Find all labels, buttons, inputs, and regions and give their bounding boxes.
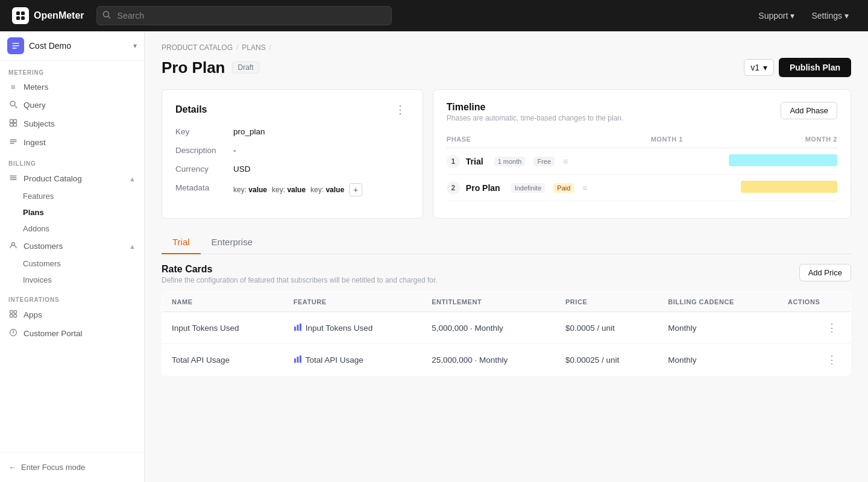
topnav: OpenMeter Support ▾ Settings ▾ [0, 0, 868, 31]
phase-bar-cell-trial [651, 148, 837, 175]
svg-rect-18 [297, 325, 298, 331]
page-title: Pro Plan [162, 58, 225, 77]
sidebar-item-label: Customers [24, 242, 63, 251]
breadcrumb-product-catalog[interactable]: PRODUCT CATALOG [162, 43, 233, 52]
workspace-selector[interactable]: Cost Demo ▾ [0, 31, 144, 61]
app-logo[interactable]: OpenMeter [12, 7, 84, 24]
sidebar-item-product-catalog[interactable]: Product Catalog ▲ [0, 169, 144, 188]
draft-badge: Draft [232, 61, 259, 74]
phase-bar-cell-month1-pro [651, 175, 697, 201]
phase-num-2: 2 [447, 181, 460, 195]
svg-rect-2 [16, 16, 20, 20]
layout: Cost Demo ▾ METERING ≡ Meters Query [0, 31, 868, 482]
chart-bar-icon-1 [294, 323, 302, 333]
phase-info-pro: 2 Pro Plan Indefinite Paid ≡ [447, 181, 651, 195]
svg-rect-14 [14, 315, 17, 318]
search-input[interactable] [96, 6, 392, 25]
sidebar-subitem-customers[interactable]: Customers [0, 255, 144, 272]
breadcrumb-sep-1: / [236, 43, 238, 52]
sidebar-subitem-plans[interactable]: Plans [0, 204, 144, 221]
sidebar-subitem-addons[interactable]: Addons [0, 221, 144, 237]
phase-info-cell-trial: 1 Trial 1 month Free ≡ [447, 148, 651, 175]
rate-card-feature-2: Total API Usage [284, 344, 423, 376]
rate-card-billing-1: Monthly [658, 312, 778, 344]
sidebar-subitem-invoices[interactable]: Invoices [0, 272, 144, 288]
col-actions: ACTIONS [778, 292, 851, 312]
sidebar-item-customers[interactable]: Customers ▲ [0, 237, 144, 255]
rate-card-name-1: Input Tokens Used [162, 312, 284, 344]
col-price: PRICE [556, 292, 658, 312]
sidebar-subitem-features[interactable]: Features [0, 188, 144, 204]
sidebar-item-label: Query [24, 101, 46, 110]
sidebar-item-label: Subjects [24, 119, 55, 128]
detail-row-currency: Currency USD [175, 164, 409, 174]
rate-card-menu-button-1[interactable]: ⋮ [823, 320, 841, 336]
add-price-button[interactable]: Add Price [799, 264, 851, 281]
col-month1: MONTH 1 [651, 132, 697, 148]
phase-badge-duration-trial: 1 month [494, 157, 526, 166]
sidebar-item-subjects[interactable]: Subjects [0, 114, 144, 133]
section-label-integrations: INTEGRATIONS [0, 288, 144, 305]
feature-icon-2: Total API Usage [294, 355, 363, 365]
rate-card-menu-button-2[interactable]: ⋮ [823, 352, 841, 368]
rate-cards-title-group: Rate Cards Define the configuration of f… [162, 264, 438, 284]
detail-row-description: Description - [175, 146, 409, 155]
sidebar-item-ingest[interactable]: Ingest [0, 133, 144, 152]
version-selector[interactable]: v1 ▾ [744, 59, 774, 76]
sidebar-item-label: Ingest [24, 138, 46, 147]
timeline-card-subtitle: Phases are automatic, time-based changes… [447, 114, 624, 122]
currency-value: USD [233, 164, 251, 174]
phase-drag-handle-pro[interactable]: ≡ [582, 183, 587, 193]
breadcrumb-sep-2: / [269, 43, 271, 52]
svg-rect-0 [16, 11, 20, 15]
col-name: NAME [162, 292, 284, 312]
tab-enterprise[interactable]: Enterprise [201, 231, 263, 254]
breadcrumb-plans[interactable]: PLANS [242, 43, 265, 52]
phase-drag-handle-trial[interactable]: ≡ [563, 157, 568, 166]
svg-rect-11 [10, 311, 13, 314]
timeline-row-pro: 2 Pro Plan Indefinite Paid ≡ [447, 175, 837, 201]
sidebar-item-query[interactable]: Query [0, 96, 144, 114]
phase-bar-cell-month2-pro [697, 175, 837, 201]
workspace-name: Cost Demo [29, 41, 128, 51]
page-header: Pro Plan Draft v1 ▾ Publish Plan [162, 58, 851, 77]
sidebar-item-label: Apps [24, 310, 42, 319]
sidebar-item-apps[interactable]: Apps [0, 305, 144, 324]
section-label-metering: METERING [0, 61, 144, 78]
sidebar-item-meters[interactable]: ≡ Meters [0, 78, 144, 96]
ingest-icon [8, 137, 18, 148]
add-phase-button[interactable]: Add Phase [781, 102, 837, 119]
sidebar-item-label: Product Catalog [24, 174, 82, 183]
sidebar-item-customer-portal[interactable]: Customer Portal [0, 324, 144, 343]
col-entitlement: ENTITLEMENT [422, 292, 556, 312]
focus-mode-item[interactable]: ← Enter Focus mode [8, 459, 136, 476]
product-catalog-chevron-icon: ▲ [129, 175, 136, 183]
details-menu-button[interactable]: ⋮ [391, 102, 409, 117]
publish-plan-button[interactable]: Publish Plan [779, 58, 851, 77]
settings-button[interactable]: Settings ▾ [804, 7, 856, 24]
key-value: pro_plan [233, 127, 265, 136]
svg-rect-21 [297, 357, 298, 363]
phase-info-trial: 1 Trial 1 month Free ≡ [447, 155, 651, 168]
col-feature: FEATURE [284, 292, 423, 312]
svg-point-16 [13, 332, 14, 333]
meters-icon: ≡ [8, 83, 18, 92]
rate-cards-header: Rate Cards Define the configuration of f… [162, 264, 851, 284]
add-metadata-button[interactable]: + [349, 183, 362, 196]
rate-card-price-2: $0.00025 / unit [556, 344, 658, 376]
phase-badge-type-pro: Paid [553, 183, 574, 193]
workspace-icon [7, 37, 24, 54]
tab-trial[interactable]: Trial [162, 231, 201, 254]
sidebar-subitem-label: Invoices [23, 275, 52, 284]
customer-portal-icon [8, 328, 18, 339]
rate-card-actions-2: ⋮ [778, 344, 851, 376]
customers-chevron-icon: ▲ [129, 243, 136, 250]
sidebar-bottom: ← Enter Focus mode [0, 452, 144, 482]
col-billing-cadence: BILLING CADENCE [658, 292, 778, 312]
rate-card-price-1: $0.0005 / unit [556, 312, 658, 344]
phase-name-pro: Pro Plan [466, 183, 500, 193]
main-content: PRODUCT CATALOG / PLANS / Pro Plan Draft… [145, 31, 868, 482]
support-button[interactable]: Support ▾ [751, 7, 802, 24]
svg-point-5 [10, 101, 15, 106]
rate-card-feature-1: Input Tokens Used [284, 312, 423, 344]
